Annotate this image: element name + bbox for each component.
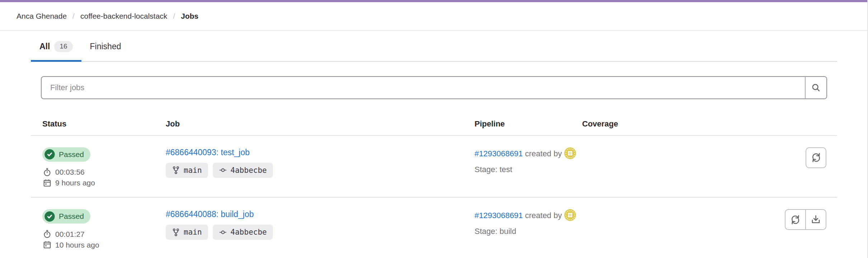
pipeline-info: #1293068691 created by: [475, 147, 579, 159]
job-refs: main 4abbecbe: [166, 225, 475, 240]
tab-all[interactable]: All 16: [31, 31, 81, 62]
job-duration-value: 00:01:27: [55, 229, 85, 240]
pipeline-id-link[interactable]: #1293068691: [475, 149, 523, 158]
breadcrumb-separator: /: [72, 12, 75, 20]
commit-icon: [219, 228, 227, 236]
avatar[interactable]: [564, 209, 576, 221]
jobs-tabs: All 16 Finished: [31, 31, 837, 62]
calendar-icon: [42, 178, 52, 188]
pipeline-id-link[interactable]: #1293068691: [475, 211, 523, 220]
pipeline-cell: #1293068691 created by: [475, 198, 582, 258]
tab-finished[interactable]: Finished: [81, 31, 130, 62]
coverage-cell: [582, 136, 753, 197]
job-id-link[interactable]: #6866440093: test_job: [166, 147, 250, 157]
pipeline-stage: Stage: build: [475, 227, 582, 236]
actions-cell: [753, 198, 837, 258]
pipeline-created-by-text: created by: [525, 211, 562, 220]
column-header-job: Job: [166, 110, 475, 135]
breadcrumb-project-link[interactable]: coffee-backend-localstack: [80, 12, 167, 20]
download-icon: [810, 214, 821, 225]
job-actions-button-group: [785, 209, 826, 250]
commit-ref-pill[interactable]: 4abbecbe: [213, 225, 273, 240]
retry-icon: [811, 152, 822, 163]
tab-all-label: All: [39, 42, 50, 51]
calendar-icon: [42, 240, 52, 250]
commit-sha: 4abbecbe: [231, 166, 267, 175]
job-duration: 00:01:27: [42, 229, 166, 240]
retry-icon: [790, 214, 801, 225]
download-artifacts-button[interactable]: [806, 209, 826, 230]
jobs-table: Status Job Pipeline Coverage Passed: [31, 110, 837, 258]
commit-ref-pill[interactable]: 4abbecbe: [213, 163, 273, 178]
branch-ref-pill[interactable]: main: [166, 163, 208, 178]
breadcrumb-separator: /: [173, 12, 175, 20]
tab-all-count-badge: 16: [54, 41, 72, 52]
commit-icon: [219, 166, 227, 174]
breadcrumb-bar: Anca Ghenade / coffee-backend-localstack…: [0, 2, 868, 31]
table-header-row: Status Job Pipeline Coverage: [31, 110, 837, 136]
pipeline-stage: Stage: test: [475, 165, 582, 174]
branch-ref-pill[interactable]: main: [166, 225, 208, 240]
status-badge-label: Passed: [59, 150, 84, 159]
tab-finished-label: Finished: [90, 42, 121, 51]
job-age: 10 hours ago: [42, 240, 166, 250]
job-age-value: 9 hours ago: [55, 178, 95, 188]
status-badge-passed[interactable]: Passed: [42, 209, 90, 224]
search-icon: [811, 82, 821, 93]
actions-cell: [753, 136, 837, 197]
pipeline-created-by-text: created by: [525, 149, 562, 158]
status-badge-label: Passed: [59, 212, 84, 221]
retry-job-button[interactable]: [785, 209, 806, 230]
column-header-status: Status: [31, 110, 166, 135]
filter-section: [41, 76, 827, 99]
timer-icon: [42, 167, 52, 177]
job-id-link[interactable]: #6866440088: build_job: [166, 209, 254, 219]
job-age-value: 10 hours ago: [55, 240, 99, 250]
filter-jobs-input[interactable]: [42, 77, 805, 98]
timer-icon: [42, 229, 52, 239]
status-badge-passed[interactable]: Passed: [42, 147, 90, 162]
job-row: Passed 00:01:27: [31, 198, 837, 258]
branch-name: main: [184, 228, 202, 236]
job-duration-value: 00:03:56: [55, 167, 85, 178]
commit-sha: 4abbecbe: [231, 228, 267, 236]
check-circle-icon: [44, 211, 55, 222]
breadcrumb: Anca Ghenade / coffee-backend-localstack…: [16, 12, 198, 20]
job-refs: main 4abbecbe: [166, 163, 475, 178]
column-header-pipeline: Pipeline: [475, 110, 582, 135]
pipeline-cell: #1293068691 created by: [475, 136, 582, 197]
pipeline-info: #1293068691 created by: [475, 209, 579, 221]
branch-icon: [172, 228, 180, 236]
status-cell: Passed 00:01:27: [31, 198, 166, 258]
job-duration: 00:03:56: [42, 167, 166, 178]
job-row: Passed 00:03:56: [31, 136, 837, 198]
search-button[interactable]: [805, 77, 826, 98]
filter-group: [41, 76, 827, 99]
branch-icon: [172, 166, 180, 174]
avatar[interactable]: [564, 147, 576, 159]
column-header-coverage: Coverage: [582, 110, 753, 135]
job-cell: #6866440088: build_job main: [166, 198, 475, 258]
retry-job-button[interactable]: [806, 147, 826, 168]
breadcrumb-current-page: Jobs: [181, 12, 198, 20]
job-cell: #6866440093: test_job main: [166, 136, 475, 197]
status-cell: Passed 00:03:56: [31, 136, 166, 197]
branch-name: main: [184, 166, 202, 175]
job-age: 9 hours ago: [42, 178, 166, 188]
breadcrumb-owner-link[interactable]: Anca Ghenade: [16, 12, 67, 20]
jobs-page-content: All 16 Finished Status Job Pipel: [31, 31, 837, 258]
coverage-cell: [582, 198, 753, 258]
column-header-actions: [753, 110, 837, 135]
check-circle-icon: [44, 149, 55, 160]
